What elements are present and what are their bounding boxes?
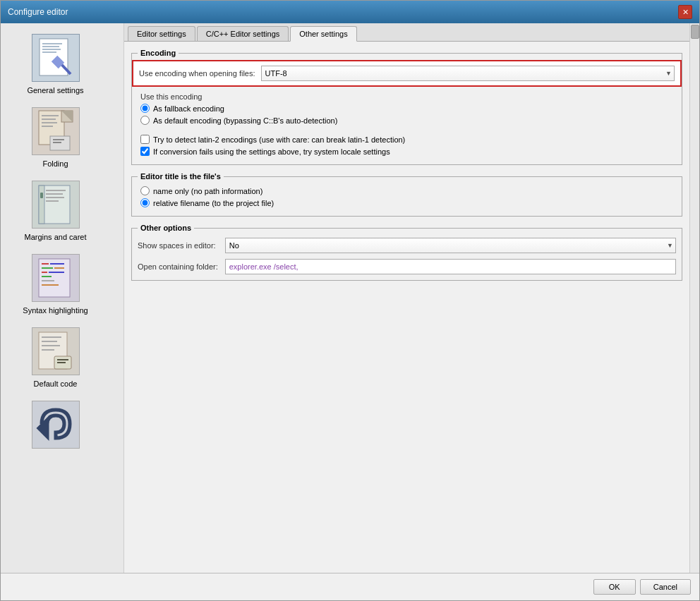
- sidebar-item-syntax-highlighting[interactable]: Syntax highlighting: [1, 247, 110, 320]
- radio-fallback-label: As fallback encoding: [153, 104, 224, 113]
- syntax-icon-box: [30, 253, 81, 303]
- svg-rect-9: [42, 119, 56, 120]
- folding-icon-box: [30, 106, 81, 157]
- sidebar-item-undo[interactable]: [1, 394, 110, 459]
- show-spaces-select[interactable]: No Visible spaces Invisible spaces: [225, 238, 676, 253]
- configure-editor-dialog: Configure editor ✕: [0, 0, 700, 601]
- cancel-button[interactable]: Cancel: [640, 579, 691, 595]
- svg-rect-33: [42, 284, 59, 286]
- svg-rect-26: [50, 263, 64, 265]
- default-code-icon: [32, 327, 80, 375]
- sidebar-item-default-label: Default code: [34, 380, 78, 388]
- svg-rect-20: [46, 193, 63, 195]
- inner-content: Editor settings C/C++ Editor settings Ot…: [124, 23, 689, 573]
- svg-rect-1: [42, 43, 62, 44]
- svg-rect-18: [39, 186, 44, 224]
- main-scrollbar[interactable]: [689, 23, 699, 573]
- svg-rect-27: [42, 267, 53, 269]
- editor-title-section-title: Editor title is the file's: [138, 172, 224, 181]
- radio-fallback[interactable]: [140, 104, 150, 113]
- use-encoding-label: Use encoding when opening files:: [139, 69, 255, 78]
- checkbox-latin2[interactable]: [140, 135, 150, 144]
- sidebar-item-general-settings-label: General settings: [27, 86, 83, 95]
- sidebar-item-general-settings[interactable]: General settings: [1, 27, 110, 100]
- svg-rect-11: [42, 126, 53, 127]
- sidebar-item-folding-label: Folding: [42, 159, 68, 168]
- radio-default[interactable]: [140, 116, 150, 125]
- radio-relative-row: relative filename (to the project file): [140, 198, 673, 207]
- svg-rect-32: [42, 280, 54, 281]
- syntax-icon: [32, 254, 80, 302]
- checkbox-conversion-label: If conversion fails using the settings a…: [153, 147, 390, 156]
- encoding-section-title: Encoding: [138, 49, 179, 57]
- radio-default-label: As default encoding (bypassing C::B's au…: [153, 116, 337, 125]
- svg-rect-24: [39, 259, 70, 297]
- svg-rect-8: [42, 115, 59, 116]
- svg-rect-3: [42, 49, 61, 50]
- svg-rect-15: [53, 139, 64, 140]
- default-code-icon-box: [30, 326, 81, 377]
- radio-name-only-label: name only (no path information): [153, 187, 262, 195]
- svg-rect-41: [57, 362, 66, 363]
- svg-rect-40: [57, 359, 68, 360]
- svg-rect-36: [42, 341, 57, 342]
- svg-rect-19: [46, 190, 66, 191]
- svg-rect-21: [46, 197, 64, 198]
- radio-relative[interactable]: [140, 198, 150, 207]
- tab-editor-settings[interactable]: Editor settings: [128, 26, 195, 41]
- sidebar-item-margins-and-caret[interactable]: Margins and caret: [1, 174, 110, 247]
- encoding-select-wrapper: UTF-8: [261, 66, 675, 81]
- title-bar: Configure editor ✕: [1, 1, 699, 23]
- folding-icon: [32, 107, 80, 155]
- svg-rect-23: [40, 193, 43, 198]
- sidebar: General settings: [1, 23, 124, 573]
- svg-rect-25: [42, 263, 49, 265]
- svg-rect-2: [42, 46, 59, 47]
- svg-rect-38: [42, 349, 54, 351]
- tabs-bar: Editor settings C/C++ Editor settings Ot…: [124, 23, 689, 42]
- radio-relative-label: relative filename (to the project file): [153, 199, 274, 207]
- sidebar-item-folding[interactable]: Folding: [1, 100, 110, 174]
- svg-rect-4: [42, 51, 56, 53]
- show-spaces-label: Show spaces in editor:: [138, 241, 218, 250]
- svg-rect-35: [42, 336, 61, 338]
- margins-icon: [32, 181, 80, 229]
- use-this-encoding-label: Use this encoding: [140, 92, 673, 101]
- general-settings-icon: [32, 34, 80, 82]
- sidebar-item-syntax-label: Syntax highlighting: [23, 306, 88, 315]
- sidebar-item-default-code[interactable]: Default code: [1, 320, 110, 394]
- tab-other-settings[interactable]: Other settings: [290, 26, 356, 42]
- undo-icon: [32, 401, 80, 449]
- undo-icon-box: [30, 399, 81, 450]
- checkbox-conversion[interactable]: [140, 147, 150, 156]
- svg-rect-22: [46, 200, 59, 202]
- encoding-select[interactable]: UTF-8: [261, 66, 675, 81]
- close-button[interactable]: ✕: [678, 5, 692, 19]
- radio-fallback-row: As fallback encoding: [140, 104, 673, 113]
- svg-rect-37: [42, 345, 60, 346]
- encoding-row: Use encoding when opening files: UTF-8: [132, 60, 682, 87]
- checkbox-conversion-row: If conversion fails using the settings a…: [140, 147, 673, 156]
- radio-name-only[interactable]: [140, 186, 150, 195]
- main-area: Editor settings C/C++ Editor settings Ot…: [124, 23, 699, 573]
- radio-default-row: As default encoding (bypassing C::B's au…: [140, 116, 673, 125]
- svg-rect-10: [42, 122, 57, 123]
- dialog-footer: OK Cancel: [1, 573, 699, 600]
- sidebar-item-margins-label: Margins and caret: [24, 233, 86, 241]
- ok-button[interactable]: OK: [593, 579, 636, 595]
- svg-rect-16: [53, 142, 61, 143]
- other-options-section-title: Other options: [138, 224, 194, 232]
- dialog-body: General settings: [1, 23, 699, 573]
- tab-cpp-editor-settings[interactable]: C/C++ Editor settings: [197, 26, 289, 41]
- content-panel: Encoding Use encoding when opening files…: [124, 42, 689, 573]
- svg-rect-29: [42, 272, 47, 273]
- checkbox-latin2-row: Try to detect latin-2 encodings (use wit…: [140, 135, 673, 144]
- svg-rect-28: [54, 267, 64, 269]
- open-folder-input[interactable]: [225, 259, 676, 274]
- svg-rect-30: [49, 272, 64, 273]
- margins-icon-box: [30, 179, 81, 230]
- svg-rect-31: [42, 276, 52, 277]
- checkbox-latin2-label: Try to detect latin-2 encodings (use wit…: [153, 135, 405, 144]
- general-settings-icon-box: [30, 32, 81, 83]
- radio-name-only-row: name only (no path information): [140, 186, 673, 195]
